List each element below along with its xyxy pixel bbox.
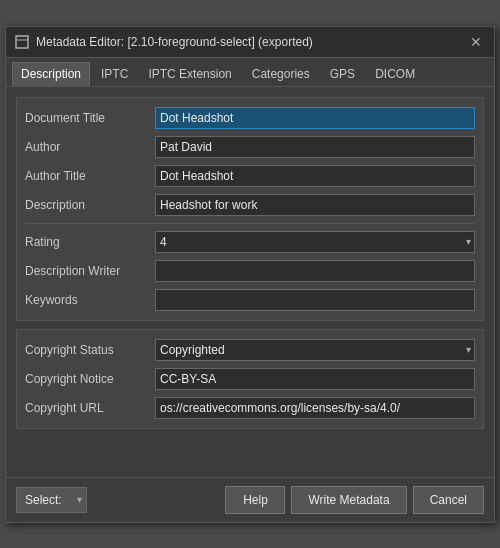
tab-description[interactable]: Description [12,62,90,86]
tab-iptc-extension[interactable]: IPTC Extension [139,62,240,86]
copyright-status-select[interactable]: Unknown Copyrighted Public Domain [155,339,475,361]
copyright-url-input[interactable] [155,397,475,419]
copyright-url-label: Copyright URL [25,401,155,415]
copyright-status-select-wrapper: Unknown Copyrighted Public Domain ▾ [155,339,475,361]
rating-select[interactable]: 0 1 2 3 4 5 [155,231,475,253]
close-button[interactable]: ✕ [466,32,486,52]
bottom-bar: Select: ▾ Help Write Metadata Cancel [6,477,494,522]
svg-rect-0 [16,36,28,48]
write-metadata-button[interactable]: Write Metadata [291,486,406,514]
document-title-row: Document Title [25,106,475,130]
titlebar-left: Metadata Editor: [2.10-foreground-select… [14,34,313,50]
author-row: Author [25,135,475,159]
copyright-notice-label: Copyright Notice [25,372,155,386]
copyright-notice-row: Copyright Notice [25,367,475,391]
titlebar: Metadata Editor: [2.10-foreground-select… [6,27,494,58]
rating-label: Rating [25,235,155,249]
author-input[interactable] [155,136,475,158]
main-content: Document Title Author Author Title Descr… [6,87,494,477]
help-button[interactable]: Help [225,486,285,514]
description-row: Description [25,193,475,217]
tab-iptc[interactable]: IPTC [92,62,137,86]
description-input[interactable] [155,194,475,216]
author-title-label: Author Title [25,169,155,183]
desc-writer-row: Description Writer [25,259,475,283]
description-label: Description [25,198,155,212]
document-title-label: Document Title [25,111,155,125]
separator-1 [25,223,475,224]
desc-writer-input[interactable] [155,260,475,282]
author-title-input[interactable] [155,165,475,187]
author-label: Author [25,140,155,154]
select-dropdown-wrapper: Select: ▾ [16,487,87,513]
tab-gps[interactable]: GPS [321,62,364,86]
copyright-section: Copyright Status Unknown Copyrighted Pub… [16,329,484,429]
tab-categories[interactable]: Categories [243,62,319,86]
keywords-row: Keywords [25,288,475,312]
tab-bar: Description IPTC IPTC Extension Categori… [6,58,494,87]
metadata-editor-dialog: Metadata Editor: [2.10-foreground-select… [5,26,495,523]
copyright-url-row: Copyright URL [25,396,475,420]
select-dropdown[interactable]: Select: [16,487,87,513]
author-title-row: Author Title [25,164,475,188]
copyright-status-label: Copyright Status [25,343,155,357]
titlebar-title: Metadata Editor: [2.10-foreground-select… [36,35,313,49]
empty-spacer [16,437,484,467]
desc-writer-label: Description Writer [25,264,155,278]
rating-row: Rating 0 1 2 3 4 5 ▾ [25,230,475,254]
description-section: Document Title Author Author Title Descr… [16,97,484,321]
cancel-button[interactable]: Cancel [413,486,484,514]
bottom-right-buttons: Help Write Metadata Cancel [225,486,484,514]
copyright-notice-input[interactable] [155,368,475,390]
keywords-input[interactable] [155,289,475,311]
document-title-input[interactable] [155,107,475,129]
keywords-label: Keywords [25,293,155,307]
app-icon [14,34,30,50]
rating-select-wrapper: 0 1 2 3 4 5 ▾ [155,231,475,253]
tab-dicom[interactable]: DICOM [366,62,424,86]
copyright-status-row: Copyright Status Unknown Copyrighted Pub… [25,338,475,362]
